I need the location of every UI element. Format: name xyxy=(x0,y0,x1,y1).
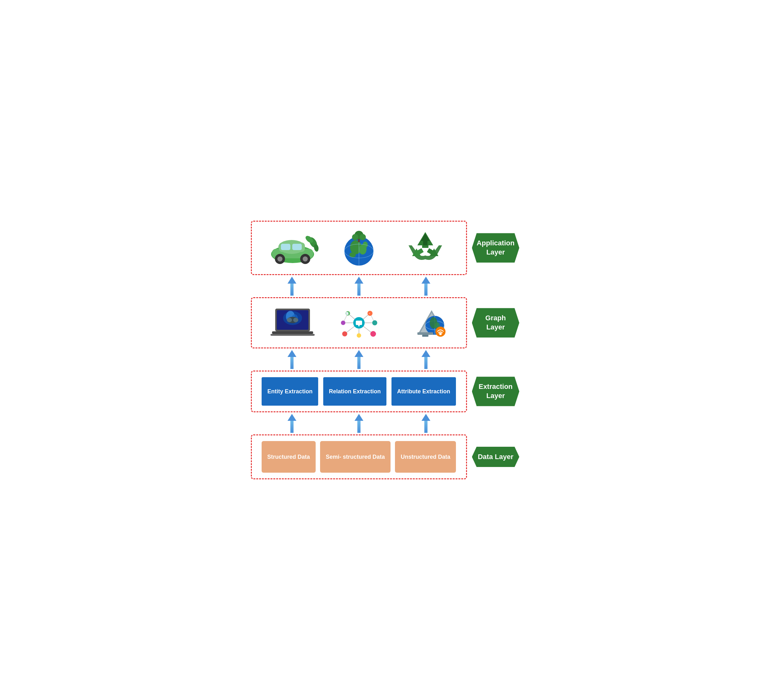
data-layer-label-area: Data Layer xyxy=(472,447,519,467)
arrow-up-5 xyxy=(354,350,363,369)
broadcast-icon-cell xyxy=(400,304,451,342)
graph-layer-row: 📄 + xyxy=(251,297,519,348)
relation-extraction-box: Relation Extraction xyxy=(323,377,387,406)
arrowhead-6 xyxy=(422,350,430,357)
extraction-layer-label-area: Extraction Layer xyxy=(472,377,519,406)
network-icon-cell: 📄 + xyxy=(334,304,384,342)
svg-rect-23 xyxy=(358,239,360,242)
graph-layer-label: Graph Layer xyxy=(472,308,519,337)
data-layer-row: Structured Data Semi- structured Data Un… xyxy=(251,434,519,479)
svg-rect-47 xyxy=(356,321,362,325)
recycle-icon xyxy=(405,229,446,267)
semi-structured-data-box: Semi- structured Data xyxy=(320,441,390,473)
arrowhead-7 xyxy=(288,414,296,421)
arrow-up-3 xyxy=(422,277,430,296)
network-icon: 📄 + xyxy=(335,304,383,342)
arrows-area-2 xyxy=(251,348,467,371)
arrowshaft-7 xyxy=(290,421,294,433)
data-layer-label: Data Layer xyxy=(472,447,519,467)
arrowshaft-5 xyxy=(358,357,361,369)
laptop-icon-cell xyxy=(267,304,318,342)
svg-point-49 xyxy=(342,331,347,336)
svg-point-51 xyxy=(370,331,376,337)
arrowshaft-3 xyxy=(424,284,427,296)
svg-point-54 xyxy=(341,321,345,325)
extraction-layer-label: Extraction Layer xyxy=(472,377,519,406)
globe-icon-cell xyxy=(334,227,384,269)
arrow-up-4 xyxy=(288,350,296,369)
arrowshaft-1 xyxy=(290,284,294,296)
svg-point-21 xyxy=(352,234,358,240)
arrowshaft-2 xyxy=(358,284,361,296)
laptop-icon xyxy=(269,305,316,340)
svg-point-34 xyxy=(293,318,298,322)
arrows-area-3 xyxy=(251,412,467,434)
svg-rect-67 xyxy=(417,332,433,335)
extraction-layer-box: Entity Extraction Relation Extraction At… xyxy=(251,371,467,412)
arrowshaft-8 xyxy=(358,421,361,433)
arrows-row-2 xyxy=(251,348,519,371)
svg-text:+: + xyxy=(369,312,370,315)
svg-point-9 xyxy=(303,256,308,261)
arrowshaft-9 xyxy=(424,421,427,433)
arrowhead-8 xyxy=(354,414,363,421)
arrow-up-6 xyxy=(422,350,430,369)
svg-point-55 xyxy=(372,320,377,325)
arrow-up-1 xyxy=(288,277,296,296)
svg-point-50 xyxy=(357,333,361,338)
arrowhead-1 xyxy=(288,277,296,284)
arrowshaft-6 xyxy=(424,357,427,369)
arrowhead-2 xyxy=(354,277,363,284)
car-icon xyxy=(269,230,316,265)
attribute-extraction-box: Attribute Extraction xyxy=(391,377,456,406)
arrow-up-8 xyxy=(354,414,363,433)
unstructured-data-box: Unstructured Data xyxy=(395,441,456,473)
arrows-row-3 xyxy=(251,412,519,434)
application-layer-label: Application Layer xyxy=(472,233,519,262)
application-layer-label-area: Application Layer xyxy=(472,233,519,262)
arrow-up-9 xyxy=(422,414,430,433)
svg-rect-4 xyxy=(281,244,290,250)
svg-rect-68 xyxy=(422,335,429,337)
svg-point-33 xyxy=(287,318,292,322)
recycle-icon-cell xyxy=(400,227,451,269)
car-icon-cell xyxy=(267,227,318,269)
svg-point-7 xyxy=(277,256,283,261)
arrow-up-2 xyxy=(354,277,363,296)
svg-rect-36 xyxy=(270,334,315,336)
svg-text:📄: 📄 xyxy=(346,312,349,315)
structured-data-box: Structured Data xyxy=(262,441,315,473)
arrows-row-1 xyxy=(251,275,519,297)
data-layer-box: Structured Data Semi- structured Data Un… xyxy=(251,434,467,479)
graph-layer-label-area: Graph Layer xyxy=(472,308,519,337)
arrows-area-1 xyxy=(251,275,467,297)
svg-rect-35 xyxy=(272,331,313,334)
arrowhead-9 xyxy=(422,414,430,421)
broadcast-icon xyxy=(403,304,447,342)
diagram: Application Layer xyxy=(251,221,519,479)
svg-point-22 xyxy=(359,234,366,240)
graph-layer-box: 📄 + xyxy=(251,297,467,348)
arrow-up-7 xyxy=(288,414,296,433)
svg-point-66 xyxy=(439,332,442,335)
arrowhead-3 xyxy=(422,277,430,284)
entity-extraction-box: Entity Extraction xyxy=(262,377,318,406)
svg-rect-5 xyxy=(292,244,302,250)
application-layer-box xyxy=(251,221,467,275)
arrowhead-5 xyxy=(354,350,363,357)
globe-icon xyxy=(340,229,378,267)
arrowshaft-4 xyxy=(290,357,294,369)
arrowhead-4 xyxy=(288,350,296,357)
application-layer-row: Application Layer xyxy=(251,221,519,275)
extraction-layer-row: Entity Extraction Relation Extraction At… xyxy=(251,371,519,412)
